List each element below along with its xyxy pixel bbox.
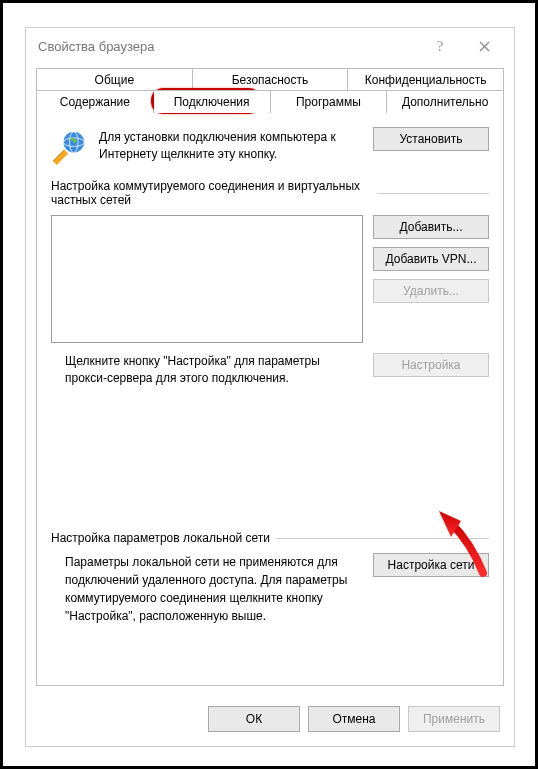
tab-privacy[interactable]: Конфиденциальность bbox=[348, 68, 504, 91]
settings-button: Настройка bbox=[373, 353, 489, 377]
setup-button[interactable]: Установить bbox=[373, 127, 489, 151]
connections-listbox[interactable] bbox=[51, 215, 363, 343]
lan-section: Настройка параметров локальной сети Пара… bbox=[51, 531, 489, 625]
tab-general[interactable]: Общие bbox=[36, 68, 193, 91]
proxy-description: Щелкните кнопку "Настройка" для параметр… bbox=[65, 353, 363, 388]
tab-content[interactable]: Содержание bbox=[36, 90, 154, 113]
cancel-button[interactable]: Отмена bbox=[308, 706, 400, 732]
lan-header: Настройка параметров локальной сети bbox=[51, 531, 270, 545]
close-button[interactable] bbox=[462, 31, 506, 61]
window-title: Свойства браузера bbox=[38, 39, 418, 54]
add-vpn-button[interactable]: Добавить VPN... bbox=[373, 247, 489, 271]
add-button[interactable]: Добавить... bbox=[373, 215, 489, 239]
lan-settings-button[interactable]: Настройка сети bbox=[373, 553, 489, 577]
tab-advanced[interactable]: Дополнительно bbox=[387, 90, 504, 113]
tab-security[interactable]: Безопасность bbox=[193, 68, 349, 91]
tab-strip: Общие Безопасность Конфиденциальность Со… bbox=[36, 68, 504, 113]
setup-description: Для установки подключения компьютера к И… bbox=[99, 127, 363, 163]
dialog-footer: ОК Отмена Применить bbox=[26, 696, 514, 746]
connections-panel: Для установки подключения компьютера к И… bbox=[36, 113, 504, 686]
tab-connections[interactable]: Подключения bbox=[154, 90, 271, 113]
close-icon bbox=[479, 41, 490, 52]
dialup-section: Настройка коммутируемого соединения и ви… bbox=[51, 179, 489, 388]
ok-button[interactable]: ОК bbox=[208, 706, 300, 732]
globe-setup-icon bbox=[51, 127, 89, 165]
apply-button: Применить bbox=[408, 706, 500, 732]
dialup-header: Настройка коммутируемого соединения и ви… bbox=[51, 179, 371, 207]
tab-programs[interactable]: Программы bbox=[271, 90, 388, 113]
title-bar: Свойства браузера ? bbox=[26, 28, 514, 64]
remove-button: Удалить... bbox=[373, 279, 489, 303]
help-button[interactable]: ? bbox=[418, 31, 462, 61]
internet-properties-dialog: Свойства браузера ? Общие Безопасность К… bbox=[25, 27, 515, 747]
lan-description: Параметры локальной сети не применяются … bbox=[65, 553, 363, 625]
